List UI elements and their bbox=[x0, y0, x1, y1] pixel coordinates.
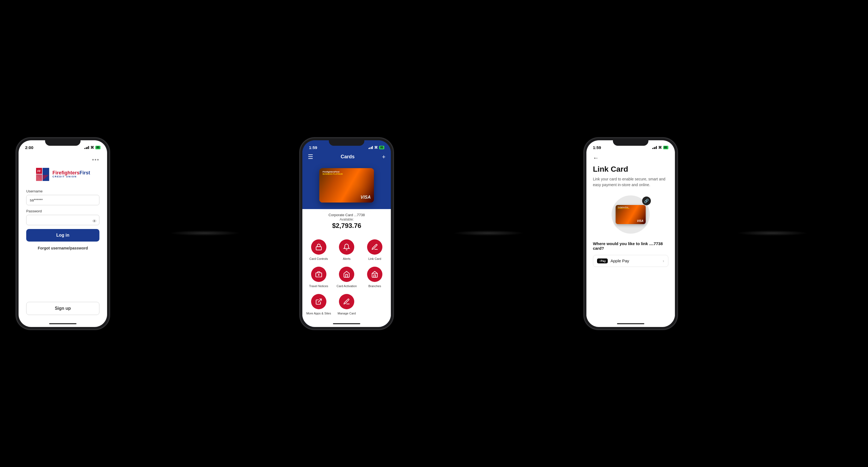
action-card-activation[interactable]: Card Activation bbox=[334, 267, 360, 290]
time-2: 1:59 bbox=[309, 145, 317, 150]
status-bar-2: 1:59 ⌘ 85 bbox=[302, 140, 391, 152]
home-bar-3 bbox=[586, 322, 675, 327]
phone-3: 1:59 ⌘ 85 ← Link Card Link your card to … bbox=[584, 138, 677, 329]
time-3: 1:59 bbox=[593, 145, 601, 150]
login-button[interactable]: Log in bbox=[26, 229, 99, 241]
link-question: Where would you like to link ....7738 ca… bbox=[593, 241, 668, 251]
menu-icon[interactable]: ☰ bbox=[308, 154, 313, 161]
action-branches[interactable]: Branches bbox=[362, 267, 388, 290]
signup-button[interactable]: Sign up bbox=[26, 302, 99, 315]
link-card-mini-card: FirefightersFirst BUSINESS PLATINUM VISA bbox=[616, 205, 646, 224]
chevron-right-icon: › bbox=[662, 259, 664, 263]
card-available-label: Available: bbox=[308, 218, 385, 221]
apple-pay-option[interactable]:  Pay Apple Pay › bbox=[593, 255, 668, 267]
status-icons-2: ⌘ 85 bbox=[368, 145, 384, 149]
action-more-apps[interactable]: More Apps & Sites bbox=[306, 294, 332, 317]
firefighter-silhouette bbox=[341, 168, 374, 202]
status-icons-1: ⌘ 85 bbox=[84, 145, 100, 149]
travel-notices-icon bbox=[311, 267, 327, 282]
card-controls-label: Card Controls bbox=[309, 257, 328, 261]
add-icon[interactable]: + bbox=[382, 154, 385, 161]
logo-credit-union: CREDIT UNION bbox=[53, 175, 90, 178]
cards-nav: ☰ Cards + bbox=[302, 152, 391, 164]
back-button[interactable]: ← bbox=[593, 155, 668, 162]
branches-label: Branches bbox=[368, 284, 381, 288]
cards-title: Cards bbox=[341, 154, 354, 160]
forgot-link[interactable]: Forgot username/password bbox=[26, 246, 99, 250]
action-travel-notices[interactable]: Travel Notices bbox=[306, 267, 332, 290]
home-bar-2 bbox=[302, 322, 391, 327]
apple-pay-badge:  Pay bbox=[597, 259, 608, 263]
signal-icon-2 bbox=[368, 146, 373, 149]
link-card-label: Link Card bbox=[368, 257, 381, 261]
svg-rect-6 bbox=[316, 246, 321, 250]
wifi-icon-2: ⌘ bbox=[374, 145, 378, 149]
manage-card-icon bbox=[339, 294, 354, 309]
status-bar-3: 1:59 ⌘ 85 bbox=[586, 140, 675, 152]
logo-first: First bbox=[80, 170, 90, 175]
card-bank-logo: FirefightersFirst BUSINESS PLATINUM bbox=[322, 171, 342, 175]
logo-container: FF FirefightersFirst CREDIT UNION bbox=[26, 167, 99, 181]
credit-card: FirefightersFirst BUSINESS PLATINUM VISA bbox=[319, 168, 374, 202]
status-bar-1: 2:00 ⌘ 85 bbox=[19, 140, 107, 152]
card-activation-icon bbox=[339, 267, 354, 282]
eye-icon[interactable]: 👁 bbox=[92, 219, 97, 224]
logo-firefighters: Firefighters bbox=[53, 170, 80, 175]
svg-rect-11 bbox=[374, 275, 376, 277]
branches-icon bbox=[367, 267, 382, 282]
phone-2: 1:59 ⌘ 85 ☰ Cards + FirefightersFirst bbox=[300, 138, 393, 329]
phone-1: 2:00 ⌘ 85 ••• FF bbox=[17, 138, 109, 329]
svg-rect-3 bbox=[36, 174, 42, 181]
menu-dots: ••• bbox=[26, 157, 99, 163]
wifi-icon-1: ⌘ bbox=[90, 145, 94, 149]
action-link-card[interactable]: Link Card bbox=[362, 239, 388, 262]
card-balance: $2,793.76 bbox=[308, 222, 385, 230]
alerts-icon bbox=[339, 239, 354, 255]
action-alerts[interactable]: Alerts bbox=[334, 239, 360, 262]
action-manage-card[interactable]: Manage Card bbox=[334, 294, 360, 317]
svg-line-12 bbox=[318, 299, 321, 302]
link-badge-icon: 🔗 bbox=[642, 197, 651, 205]
status-icons-3: ⌘ 85 bbox=[652, 145, 668, 149]
travel-notices-label: Travel Notices bbox=[309, 284, 328, 288]
card-name: Corporate Card ...7738 bbox=[308, 213, 385, 217]
manage-card-label: Manage Card bbox=[338, 311, 356, 315]
password-input[interactable] bbox=[26, 215, 99, 225]
logo-shield-icon: FF bbox=[35, 167, 50, 181]
battery-1: 85 bbox=[95, 146, 100, 149]
link-card-icon bbox=[367, 239, 382, 255]
time-1: 2:00 bbox=[25, 145, 33, 150]
wifi-icon-3: ⌘ bbox=[658, 145, 662, 149]
link-card-subtitle: Link your card to enable secure, smart a… bbox=[593, 176, 668, 188]
card-info-section: Corporate Card ...7738 Available: $2,793… bbox=[302, 209, 391, 235]
card-activation-label: Card Activation bbox=[337, 284, 357, 288]
signal-icon-1 bbox=[84, 146, 89, 149]
apple-pay-label: Apple Pay bbox=[611, 259, 629, 263]
username-label: Username bbox=[26, 189, 99, 193]
username-input[interactable] bbox=[26, 195, 99, 205]
action-grid: Card Controls Alerts bbox=[302, 235, 391, 322]
more-apps-label: More Apps & Sites bbox=[306, 311, 331, 315]
link-card-title: Link Card bbox=[593, 165, 668, 174]
battery-3: 85 bbox=[663, 146, 668, 149]
link-card-preview: FirefightersFirst BUSINESS PLATINUM VISA… bbox=[593, 195, 668, 234]
svg-text:FF: FF bbox=[37, 170, 41, 173]
more-apps-icon bbox=[311, 294, 327, 309]
action-card-controls[interactable]: Card Controls bbox=[306, 239, 332, 262]
card-display-area: FirefightersFirst BUSINESS PLATINUM VISA bbox=[302, 164, 391, 209]
battery-2: 85 bbox=[379, 146, 384, 149]
password-label: Password bbox=[26, 209, 99, 213]
signal-icon-3 bbox=[652, 146, 657, 149]
alerts-label: Alerts bbox=[343, 257, 350, 261]
card-controls-icon bbox=[311, 239, 327, 255]
home-bar-1 bbox=[19, 322, 107, 327]
